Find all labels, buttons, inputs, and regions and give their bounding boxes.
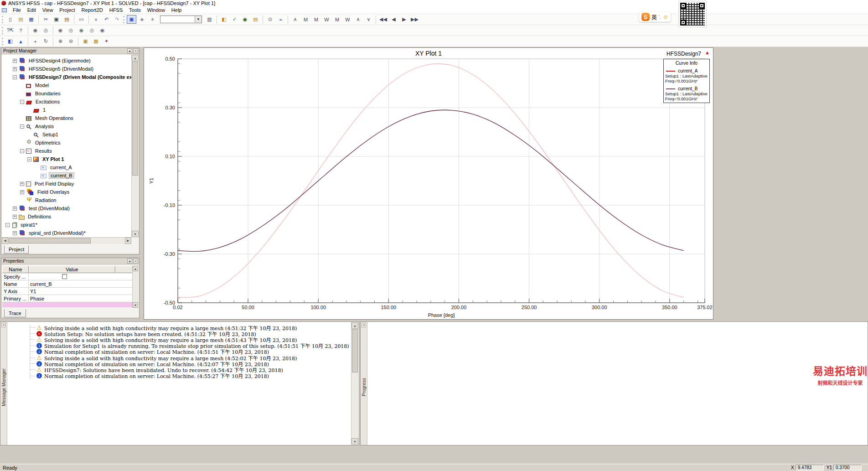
message-vscrollbar[interactable]: ▲ ▼ (351, 322, 358, 445)
scroll-thumb[interactable] (9, 238, 91, 243)
property-value[interactable]: Y1 (29, 288, 133, 295)
copy-button[interactable]: ▣ (52, 15, 61, 24)
child-window-icon[interactable] (2, 8, 7, 12)
undo-button[interactable]: ↶ (102, 15, 111, 24)
scroll-down-button[interactable]: ▼ (133, 302, 138, 308)
tree-item-spiral1[interactable]: -spiral1* (5, 221, 39, 229)
trace-w2-button[interactable]: W (343, 15, 352, 24)
close-icon[interactable]: × (362, 323, 366, 327)
last-frame-button[interactable]: ▶▶ (410, 15, 419, 24)
menu-project[interactable]: Project (56, 7, 78, 13)
ime-language[interactable]: 英 (651, 13, 657, 21)
legend-entry-current_A[interactable]: current_ASetup1 : LastAdaptiveFreq='0.00… (664, 67, 709, 85)
trace-w1-button[interactable]: W (322, 15, 331, 24)
print-button[interactable]: ▭ (77, 15, 86, 24)
expand-icon[interactable]: + (13, 207, 17, 211)
zoom-in-button[interactable]: ⊕ (56, 37, 65, 46)
column-header-name[interactable]: Name (2, 266, 29, 273)
toolbar-grip[interactable] (2, 38, 3, 45)
tree-item-current-a[interactable]: current_A (35, 163, 73, 171)
solution-type-button[interactable]: ◧ (219, 15, 229, 24)
tree-item-label[interactable]: spiral_ord (DrivenModal)* (27, 230, 87, 236)
chevron-down-icon[interactable]: ▼ (195, 16, 202, 23)
solve-sphere-2-button[interactable]: ◎ (66, 26, 76, 35)
tree-item-label[interactable]: Field Overlays (36, 189, 71, 195)
tree-item-label[interactable]: HFSSDesign7 (Driven Modal (Composite exc… (27, 74, 131, 80)
cut-button[interactable]: ✂ (41, 15, 51, 24)
curve-current_A[interactable] (178, 64, 684, 297)
save-button[interactable]: ▦ (26, 15, 36, 24)
sogou-icon[interactable]: S (641, 13, 650, 21)
scroll-left-button[interactable]: ◀ (2, 238, 8, 244)
expand-icon[interactable]: + (13, 215, 17, 219)
tree-item-label[interactable]: test (DrivenModal) (27, 206, 71, 211)
scroll-down-button[interactable]: ▼ (132, 231, 139, 237)
dynamic-rotate-button[interactable]: ↻ (41, 37, 51, 46)
tree-item-label[interactable]: HFSSDesign5 (DrivenModal) (27, 66, 95, 72)
tree-item-results[interactable]: -Results (20, 147, 53, 155)
tree-item-label[interactable]: Radiation (34, 197, 57, 203)
mesh-sphere-button[interactable]: ◎ (41, 26, 51, 35)
tree-item-label[interactable]: Model (34, 83, 50, 88)
trace-m2-button[interactable]: M (311, 15, 321, 24)
checkbox[interactable] (62, 274, 67, 279)
delete-button[interactable]: × (91, 15, 101, 24)
column-header-extra[interactable] (115, 266, 133, 273)
tree-item-label[interactable]: Mesh Operations (34, 115, 75, 121)
collapse-icon[interactable]: - (20, 124, 24, 129)
help-button[interactable]: ? (16, 26, 26, 35)
tree-item-label[interactable]: Analysis (34, 124, 55, 129)
panel-collapse-button[interactable]: ▴ (127, 259, 132, 264)
panel-collapse-button[interactable]: ▴ (127, 48, 132, 53)
curve-current_B[interactable] (178, 110, 684, 251)
model-3d-button[interactable]: ◧ (5, 37, 15, 46)
tree-item-label[interactable]: Port Field Display (33, 181, 75, 186)
properties-vscrollbar[interactable]: ▲ ▼ (132, 266, 138, 308)
report-2d-button[interactable]: ≈ (276, 15, 285, 24)
tree-item-1[interactable]: 1 (27, 106, 47, 114)
message-row[interactable]: iNormal completion of simulation on serv… (9, 373, 269, 379)
tree-item-hfssdesign7-driven-modal-composite-excit[interactable]: -HFSSDesign7 (Driven Modal (Composite ex… (13, 73, 131, 81)
panel-close-button[interactable]: × (133, 48, 138, 53)
scroll-thumb[interactable] (352, 329, 358, 373)
tree-item-optimetrics[interactable]: Optimetrics (20, 139, 62, 147)
results-button[interactable]: ▤ (251, 15, 260, 24)
select-object-button[interactable]: ▣ (127, 15, 136, 24)
toolbar-grip[interactable] (2, 27, 3, 34)
plot-legend[interactable]: Curve Info current_ASetup1 : LastAdaptiv… (663, 59, 710, 103)
tree-item-label[interactable]: Excitations (34, 99, 61, 104)
fit-all-button[interactable]: ▦ (91, 37, 101, 46)
collapse-icon[interactable]: - (20, 100, 24, 104)
validate-button[interactable]: ✓ (230, 15, 239, 24)
open-file-button[interactable]: ▤ (16, 15, 26, 24)
tree-item-radiation[interactable]: Radiation (20, 196, 57, 204)
trace-m3-button[interactable]: M (332, 15, 342, 24)
menu-file[interactable]: File (10, 7, 24, 13)
legend-entry-current_B[interactable]: current_BSetup1 : LastAdaptiveFreq='0.00… (664, 85, 709, 103)
port-display-button[interactable]: ▥ (205, 15, 214, 24)
trace-valley-button[interactable]: ∨ (364, 15, 373, 24)
scroll-down-button[interactable]: ▼ (351, 438, 358, 445)
menu-help[interactable]: Help (168, 7, 185, 13)
tree-item-definitions[interactable]: +Definitions (13, 212, 52, 221)
property-value[interactable]: Phase (29, 295, 133, 302)
material-combo[interactable]: ▼ (160, 16, 202, 23)
menu-window[interactable]: Window (144, 7, 168, 13)
expand-icon[interactable]: + (13, 67, 17, 71)
orient-view-button[interactable]: ▲ (16, 37, 26, 46)
tree-item-current-b[interactable]: current_B (35, 171, 74, 180)
tree-item-label[interactable]: 1 (41, 107, 47, 113)
expand-icon[interactable]: + (20, 190, 24, 194)
prev-frame-button[interactable]: ◀ (389, 15, 398, 24)
pan-button[interactable]: + (31, 37, 40, 46)
tree-item-label[interactable]: Boundaries (34, 91, 62, 96)
tree-item-excitations[interactable]: -Excitations (20, 98, 61, 106)
analyze-all-button[interactable]: ◉ (240, 15, 250, 24)
tree-item-xy-plot-1[interactable]: -XY Plot 1 (27, 155, 65, 163)
scroll-up-button[interactable]: ▲ (132, 55, 139, 61)
trace-m1-button[interactable]: M (301, 15, 310, 24)
menu-tools[interactable]: Tools (126, 7, 144, 13)
tree-item-port-field-display[interactable]: +Port Field Display (20, 180, 75, 188)
next-frame-button[interactable]: ▶ (399, 15, 409, 24)
solve-sphere-5-button[interactable]: ◉ (98, 26, 107, 35)
